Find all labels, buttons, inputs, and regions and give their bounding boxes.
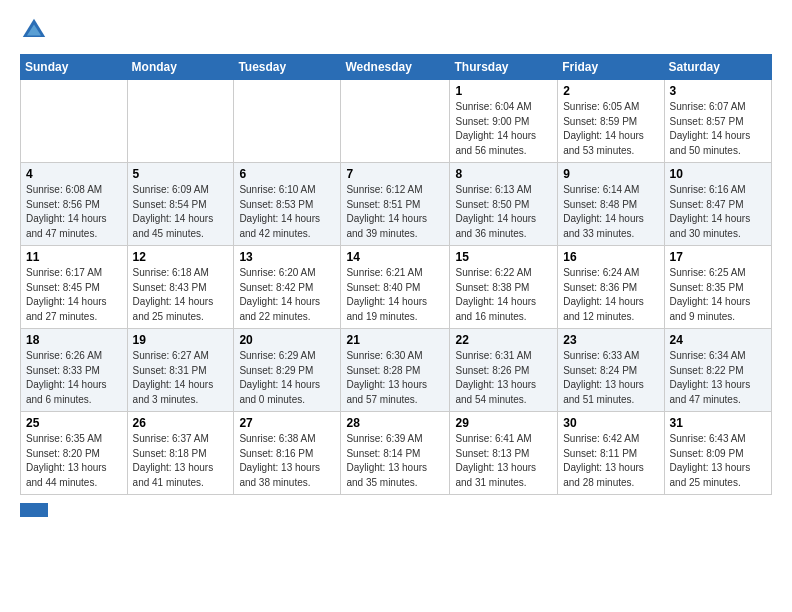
calendar-cell: 24Sunrise: 6:34 AM Sunset: 8:22 PM Dayli…: [664, 329, 771, 412]
day-info: Sunrise: 6:17 AM Sunset: 8:45 PM Dayligh…: [26, 266, 122, 324]
calendar-cell: 17Sunrise: 6:25 AM Sunset: 8:35 PM Dayli…: [664, 246, 771, 329]
calendar-cell: 10Sunrise: 6:16 AM Sunset: 8:47 PM Dayli…: [664, 163, 771, 246]
day-number: 1: [455, 84, 552, 98]
day-info: Sunrise: 6:20 AM Sunset: 8:42 PM Dayligh…: [239, 266, 335, 324]
day-number: 5: [133, 167, 229, 181]
day-number: 16: [563, 250, 658, 264]
day-info: Sunrise: 6:37 AM Sunset: 8:18 PM Dayligh…: [133, 432, 229, 490]
calendar-cell: 9Sunrise: 6:14 AM Sunset: 8:48 PM Daylig…: [558, 163, 664, 246]
calendar-cell: 6Sunrise: 6:10 AM Sunset: 8:53 PM Daylig…: [234, 163, 341, 246]
day-info: Sunrise: 6:07 AM Sunset: 8:57 PM Dayligh…: [670, 100, 766, 158]
day-number: 13: [239, 250, 335, 264]
day-number: 11: [26, 250, 122, 264]
calendar-cell: 31Sunrise: 6:43 AM Sunset: 8:09 PM Dayli…: [664, 412, 771, 495]
day-info: Sunrise: 6:34 AM Sunset: 8:22 PM Dayligh…: [670, 349, 766, 407]
generalblue-logo-icon: [20, 16, 48, 44]
calendar-cell: 22Sunrise: 6:31 AM Sunset: 8:26 PM Dayli…: [450, 329, 558, 412]
calendar-cell: 2Sunrise: 6:05 AM Sunset: 8:59 PM Daylig…: [558, 80, 664, 163]
day-number: 20: [239, 333, 335, 347]
calendar-cell: 13Sunrise: 6:20 AM Sunset: 8:42 PM Dayli…: [234, 246, 341, 329]
calendar-cell: [127, 80, 234, 163]
day-number: 9: [563, 167, 658, 181]
calendar-week-row-2: 4Sunrise: 6:08 AM Sunset: 8:56 PM Daylig…: [21, 163, 772, 246]
calendar-header-monday: Monday: [127, 55, 234, 80]
day-info: Sunrise: 6:25 AM Sunset: 8:35 PM Dayligh…: [670, 266, 766, 324]
day-info: Sunrise: 6:21 AM Sunset: 8:40 PM Dayligh…: [346, 266, 444, 324]
calendar-header-friday: Friday: [558, 55, 664, 80]
legend-color-box: [20, 503, 48, 517]
calendar-cell: 29Sunrise: 6:41 AM Sunset: 8:13 PM Dayli…: [450, 412, 558, 495]
day-number: 3: [670, 84, 766, 98]
calendar-cell: 28Sunrise: 6:39 AM Sunset: 8:14 PM Dayli…: [341, 412, 450, 495]
day-number: 24: [670, 333, 766, 347]
day-number: 12: [133, 250, 229, 264]
day-number: 29: [455, 416, 552, 430]
day-info: Sunrise: 6:30 AM Sunset: 8:28 PM Dayligh…: [346, 349, 444, 407]
calendar-cell: 30Sunrise: 6:42 AM Sunset: 8:11 PM Dayli…: [558, 412, 664, 495]
day-number: 22: [455, 333, 552, 347]
day-number: 26: [133, 416, 229, 430]
day-info: Sunrise: 6:42 AM Sunset: 8:11 PM Dayligh…: [563, 432, 658, 490]
day-number: 14: [346, 250, 444, 264]
calendar-cell: 7Sunrise: 6:12 AM Sunset: 8:51 PM Daylig…: [341, 163, 450, 246]
calendar-header-sunday: Sunday: [21, 55, 128, 80]
calendar-cell: 26Sunrise: 6:37 AM Sunset: 8:18 PM Dayli…: [127, 412, 234, 495]
calendar-cell: [234, 80, 341, 163]
day-number: 8: [455, 167, 552, 181]
day-info: Sunrise: 6:18 AM Sunset: 8:43 PM Dayligh…: [133, 266, 229, 324]
day-info: Sunrise: 6:39 AM Sunset: 8:14 PM Dayligh…: [346, 432, 444, 490]
calendar-cell: 18Sunrise: 6:26 AM Sunset: 8:33 PM Dayli…: [21, 329, 128, 412]
calendar-cell: 27Sunrise: 6:38 AM Sunset: 8:16 PM Dayli…: [234, 412, 341, 495]
day-info: Sunrise: 6:13 AM Sunset: 8:50 PM Dayligh…: [455, 183, 552, 241]
day-info: Sunrise: 6:14 AM Sunset: 8:48 PM Dayligh…: [563, 183, 658, 241]
day-number: 6: [239, 167, 335, 181]
day-info: Sunrise: 6:16 AM Sunset: 8:47 PM Dayligh…: [670, 183, 766, 241]
calendar-header-row: SundayMondayTuesdayWednesdayThursdayFrid…: [21, 55, 772, 80]
calendar-cell: 15Sunrise: 6:22 AM Sunset: 8:38 PM Dayli…: [450, 246, 558, 329]
calendar-cell: 23Sunrise: 6:33 AM Sunset: 8:24 PM Dayli…: [558, 329, 664, 412]
calendar-cell: 4Sunrise: 6:08 AM Sunset: 8:56 PM Daylig…: [21, 163, 128, 246]
day-number: 19: [133, 333, 229, 347]
calendar-week-row-5: 25Sunrise: 6:35 AM Sunset: 8:20 PM Dayli…: [21, 412, 772, 495]
calendar-cell: 8Sunrise: 6:13 AM Sunset: 8:50 PM Daylig…: [450, 163, 558, 246]
day-number: 27: [239, 416, 335, 430]
calendar-cell: 5Sunrise: 6:09 AM Sunset: 8:54 PM Daylig…: [127, 163, 234, 246]
day-number: 30: [563, 416, 658, 430]
day-number: 23: [563, 333, 658, 347]
day-info: Sunrise: 6:12 AM Sunset: 8:51 PM Dayligh…: [346, 183, 444, 241]
legend: [20, 503, 772, 517]
calendar-cell: 21Sunrise: 6:30 AM Sunset: 8:28 PM Dayli…: [341, 329, 450, 412]
calendar-cell: 20Sunrise: 6:29 AM Sunset: 8:29 PM Dayli…: [234, 329, 341, 412]
page: SundayMondayTuesdayWednesdayThursdayFrid…: [0, 0, 792, 533]
day-info: Sunrise: 6:26 AM Sunset: 8:33 PM Dayligh…: [26, 349, 122, 407]
day-number: 28: [346, 416, 444, 430]
calendar-header-saturday: Saturday: [664, 55, 771, 80]
calendar-week-row-4: 18Sunrise: 6:26 AM Sunset: 8:33 PM Dayli…: [21, 329, 772, 412]
calendar-header-tuesday: Tuesday: [234, 55, 341, 80]
day-info: Sunrise: 6:24 AM Sunset: 8:36 PM Dayligh…: [563, 266, 658, 324]
calendar-cell: 1Sunrise: 6:04 AM Sunset: 9:00 PM Daylig…: [450, 80, 558, 163]
day-info: Sunrise: 6:10 AM Sunset: 8:53 PM Dayligh…: [239, 183, 335, 241]
day-info: Sunrise: 6:35 AM Sunset: 8:20 PM Dayligh…: [26, 432, 122, 490]
day-number: 25: [26, 416, 122, 430]
calendar-cell: 3Sunrise: 6:07 AM Sunset: 8:57 PM Daylig…: [664, 80, 771, 163]
calendar-cell: 19Sunrise: 6:27 AM Sunset: 8:31 PM Dayli…: [127, 329, 234, 412]
calendar-cell: 25Sunrise: 6:35 AM Sunset: 8:20 PM Dayli…: [21, 412, 128, 495]
day-number: 2: [563, 84, 658, 98]
day-info: Sunrise: 6:29 AM Sunset: 8:29 PM Dayligh…: [239, 349, 335, 407]
day-number: 31: [670, 416, 766, 430]
day-info: Sunrise: 6:09 AM Sunset: 8:54 PM Dayligh…: [133, 183, 229, 241]
day-number: 4: [26, 167, 122, 181]
calendar-header-thursday: Thursday: [450, 55, 558, 80]
day-info: Sunrise: 6:33 AM Sunset: 8:24 PM Dayligh…: [563, 349, 658, 407]
calendar: SundayMondayTuesdayWednesdayThursdayFrid…: [20, 54, 772, 495]
day-info: Sunrise: 6:43 AM Sunset: 8:09 PM Dayligh…: [670, 432, 766, 490]
day-number: 7: [346, 167, 444, 181]
day-info: Sunrise: 6:27 AM Sunset: 8:31 PM Dayligh…: [133, 349, 229, 407]
calendar-cell: 16Sunrise: 6:24 AM Sunset: 8:36 PM Dayli…: [558, 246, 664, 329]
day-info: Sunrise: 6:41 AM Sunset: 8:13 PM Dayligh…: [455, 432, 552, 490]
day-info: Sunrise: 6:08 AM Sunset: 8:56 PM Dayligh…: [26, 183, 122, 241]
calendar-header-wednesday: Wednesday: [341, 55, 450, 80]
header: [20, 16, 772, 44]
day-number: 15: [455, 250, 552, 264]
